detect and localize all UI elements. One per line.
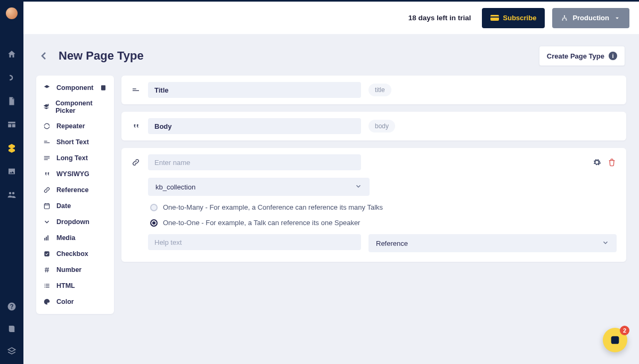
book-icon [99,84,108,92]
radio-icon [150,219,158,227]
layers-icon [43,84,51,92]
image-icon[interactable] [6,166,17,177]
type-number[interactable]: Number [36,262,114,278]
chevron-left-icon [37,49,50,62]
trial-text: 18 days left in trial [408,14,471,22]
field-card-title: Title title [121,76,626,104]
chat-launcher[interactable]: 2 [603,328,627,352]
svg-rect-11 [44,284,45,285]
field-types-panel: Component Component Picker Repeater [36,76,114,314]
help-icon[interactable] [6,301,17,312]
link-icon [43,186,51,194]
info-icon: i [609,52,617,60]
type-component[interactable]: Component [36,80,114,96]
environment-label: Production [572,14,609,22]
svg-point-1 [562,19,563,20]
users-icon[interactable] [6,189,17,200]
field-card-reference: kb_collection One-to-Many - For example,… [121,148,626,262]
chat-badge: 2 [620,326,629,335]
trash-icon [608,158,616,167]
collection-select[interactable]: kb_collection [148,178,370,196]
calendar-icon [43,202,51,210]
long-text-icon [43,154,51,162]
type-date[interactable]: Date [36,198,114,214]
type-media[interactable]: Media [36,230,114,246]
subscribe-button[interactable]: Subscribe [482,8,545,28]
field-name-input[interactable] [148,154,361,170]
hash-icon [43,266,51,274]
type-checkbox[interactable]: Checkbox [36,246,114,262]
type-short-text[interactable]: Short Text [36,134,114,150]
chevron-down-icon [613,14,621,22]
svg-rect-8 [44,159,48,160]
svg-rect-3 [101,85,105,90]
checkbox-icon [43,250,51,258]
svg-rect-10 [44,251,49,256]
chevron-down-icon [43,218,51,226]
display-select[interactable]: Reference [368,234,617,252]
home-icon[interactable] [6,49,17,60]
type-wysiwyg[interactable]: WYSIWYG [36,166,114,182]
stack-icon[interactable] [6,346,17,357]
svg-rect-7 [44,158,50,158]
type-color[interactable]: Color [36,294,114,310]
repeat-icon [43,122,51,130]
page-icon[interactable] [6,96,17,106]
display-value: Reference [376,239,408,247]
page-title: New Page Type [59,49,144,63]
sitemap-icon [561,14,568,22]
svg-rect-5 [44,143,50,143]
svg-rect-18 [133,90,139,91]
short-text-icon [131,85,141,95]
type-reference[interactable]: Reference [36,182,114,198]
environment-button[interactable]: Production [552,8,629,28]
field-name-label[interactable]: Body [148,118,361,134]
relation-one-to-one[interactable]: One-to-One - For example, a Talk can ref… [148,219,617,227]
type-html[interactable]: HTML [36,278,114,294]
svg-rect-12 [46,284,50,285]
credit-card-icon [490,15,499,21]
chart-icon [43,234,51,242]
link-icon [131,158,141,167]
back-button[interactable] [37,49,50,62]
chevron-down-icon [602,239,609,248]
list-icon [43,282,51,290]
field-name-label[interactable]: Title [148,82,361,98]
svg-rect-15 [44,287,45,287]
svg-rect-13 [44,285,45,286]
type-repeater[interactable]: Repeater [36,118,114,134]
radio-icon [150,204,158,211]
field-slug: body [368,120,395,133]
subscribe-label: Subscribe [503,14,537,22]
relation-one-to-many[interactable]: One-to-Many - For example, a Conference … [148,203,617,211]
avatar[interactable] [6,7,18,19]
model-icon[interactable] [6,143,17,153]
collection-value: kb_collection [155,183,195,191]
table-icon[interactable] [6,119,17,130]
chevron-down-icon [355,183,362,192]
delete-button[interactable] [607,158,617,167]
topbar: 18 days left in trial Subscribe Producti… [23,0,639,34]
svg-rect-14 [46,285,50,286]
help-text-input[interactable] [148,234,361,250]
blog-icon[interactable] [6,72,17,83]
create-page-type-button[interactable]: Create Page Type i [539,46,625,66]
field-card-body: Body body [121,112,626,140]
docs-icon[interactable] [6,324,17,334]
svg-rect-6 [44,156,50,157]
type-long-text[interactable]: Long Text [36,150,114,166]
gear-icon [593,158,601,167]
settings-button[interactable] [592,158,602,167]
quote-icon [131,121,141,131]
type-dropdown[interactable]: Dropdown [36,214,114,230]
palette-icon [43,297,51,306]
nav-rail [0,0,23,364]
create-label: Create Page Type [547,52,604,60]
intercom-icon [609,334,621,346]
quote-icon [43,170,51,178]
svg-rect-4 [44,141,47,142]
svg-point-0 [564,15,565,16]
svg-rect-16 [46,287,50,287]
svg-rect-19 [611,336,619,344]
type-component-picker[interactable]: Component Picker [36,96,114,118]
